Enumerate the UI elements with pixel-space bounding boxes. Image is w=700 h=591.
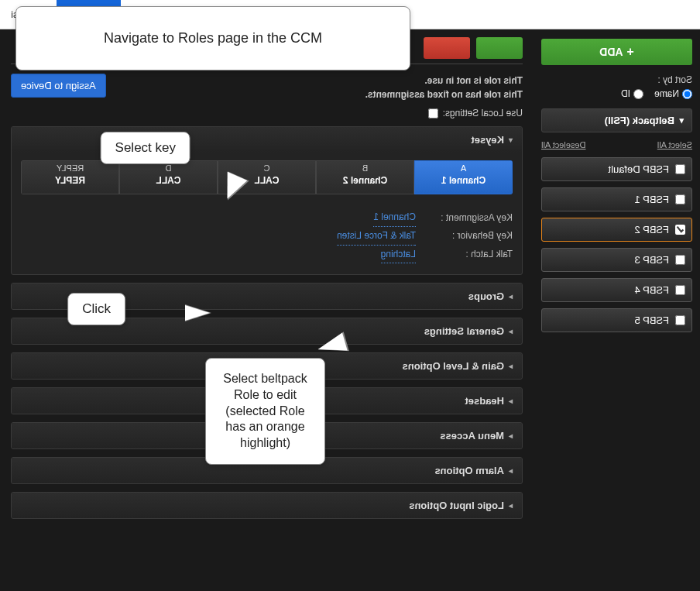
talk-latch-value[interactable]: Latching (381, 246, 416, 264)
role-checkbox[interactable] (675, 285, 685, 295)
key-a[interactable]: AChannel 1 (414, 160, 513, 194)
role-item[interactable]: FSBP 4 (541, 278, 692, 302)
chevron-right-icon: ▸ (509, 362, 513, 370)
callout-select-key: Select key (101, 132, 190, 164)
role-item[interactable]: FSBP Default (541, 157, 692, 181)
key-d[interactable]: DCALL (119, 160, 218, 194)
chevron-right-icon: ▸ (509, 292, 513, 301)
chevron-right-icon: ▸ (509, 466, 513, 475)
role-checkbox[interactable] (675, 164, 685, 174)
sort-id-radio[interactable] (633, 89, 643, 99)
deselect-all-link[interactable]: Deselect All (541, 140, 585, 149)
local-settings: Use Local Settings: (11, 108, 523, 119)
role-checkbox[interactable] (675, 315, 685, 325)
chevron-right-icon: ▸ (509, 431, 513, 440)
role-checkbox[interactable] (675, 255, 685, 265)
role-item[interactable]: FSBP 1 (541, 187, 692, 211)
key-reply[interactable]: REPLYREPLY (21, 160, 119, 194)
panel-header[interactable]: ▸Logic Input Options (12, 493, 522, 518)
keyset-keys: AChannel 1 BChannel 2 CCALL DCALL REPLYR… (21, 160, 513, 194)
sort-id[interactable]: ID (621, 88, 643, 99)
callout-select-role: Select beltpack Role to edit (selected R… (205, 358, 325, 465)
sort-by: Sort by : Name ID (541, 74, 692, 99)
role-list: FSBP Default FSBP 1 FSBP 2 FSBP 3 FSBP 4… (541, 157, 692, 332)
role-item[interactable]: FSBP 5 (541, 308, 692, 332)
role-status: This role is not in use. This role has n… (365, 74, 523, 101)
logic-input-panel: ▸Logic Input Options (11, 492, 523, 519)
chevron-right-icon: ▸ (509, 501, 513, 510)
green-button[interactable] (476, 37, 523, 59)
sort-label: Sort by : (541, 74, 692, 85)
select-all-link[interactable]: Select All (657, 140, 692, 149)
device-type-dropdown[interactable]: ▾ Beltpack (FSII) (541, 108, 692, 132)
chevron-down-icon: ▾ (509, 136, 513, 144)
callout-pointer (185, 305, 210, 321)
role-checkbox[interactable] (675, 225, 685, 235)
add-button[interactable]: + ADD (541, 39, 692, 65)
key-details: Key Assignment :Channel 1 Key Behavior :… (21, 208, 513, 263)
callout-navigate: Navigate to Roles page in the CCM (15, 6, 410, 70)
action-buttons (424, 37, 523, 59)
sort-name[interactable]: Name (654, 88, 692, 99)
local-settings-checkbox[interactable] (428, 108, 438, 119)
callout-click: Click (67, 293, 125, 325)
chevron-down-icon: ▾ (679, 115, 684, 125)
key-assignment-value[interactable]: Channel 1 (373, 208, 416, 227)
red-button[interactable] (424, 37, 470, 59)
keyset-panel: ▾ Keyset AChannel 1 BChannel 2 CCALL DCA… (11, 126, 523, 275)
role-item-selected[interactable]: FSBP 2 (541, 218, 692, 242)
role-checkbox[interactable] (675, 194, 685, 204)
chevron-right-icon: ▸ (509, 397, 513, 405)
key-behavior-value[interactable]: Talk & Force Listen (337, 227, 416, 246)
sort-name-radio[interactable] (682, 89, 692, 99)
chevron-right-icon: ▸ (509, 327, 513, 335)
role-item[interactable]: FSBP 3 (541, 248, 692, 272)
plus-icon: + (627, 45, 634, 59)
assign-to-device-button[interactable]: Assign to Device (11, 74, 106, 98)
keyset-header[interactable]: ▾ Keyset (12, 127, 522, 153)
key-b[interactable]: BChannel 2 (316, 160, 414, 194)
sidebar: + ADD Sort by : Name ID ▾ Beltpack (FSII… (534, 29, 700, 591)
